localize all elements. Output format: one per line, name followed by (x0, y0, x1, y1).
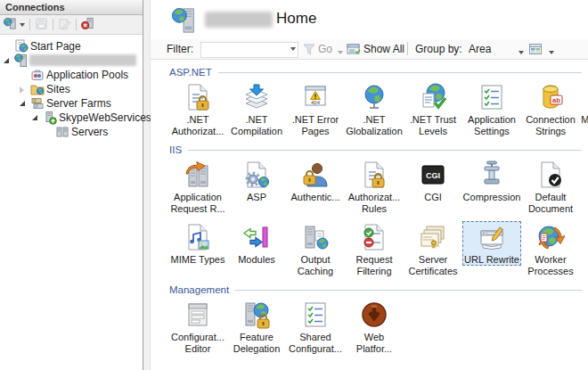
feature-label: MIME Types (171, 254, 225, 266)
save-connections-button (33, 16, 50, 33)
home-feature-view: Home Filter: Go Show All Group by: Area … (151, 0, 588, 370)
tree-node-servers[interactable]: Servers (0, 125, 143, 139)
request-filtering-icon (360, 223, 388, 251)
worker-processes-icon (536, 223, 565, 251)
feature-label: Configurat...Editor (171, 332, 225, 355)
feature-worker-processes[interactable]: WorkerProcesses (521, 221, 580, 277)
collapse-arrow-icon[interactable] (32, 115, 37, 120)
skype-web-services-icon (43, 111, 57, 125)
expand-arrow-icon[interactable] (20, 86, 24, 94)
server-home-icon (171, 6, 198, 35)
feature-row: ApplicationRequest R... ASP Authentic...… (168, 159, 588, 215)
go-button[interactable]: Go (318, 43, 332, 55)
feature-label: Authorizat...Rules (348, 192, 401, 215)
filter-toolbar: Filter: Go Show All Group by: Area (151, 39, 588, 60)
tree-node-start-page[interactable]: Start Page (0, 39, 143, 53)
shared-configuration-icon (301, 300, 330, 329)
collapse-arrow-icon[interactable] (4, 58, 9, 63)
feature-cgi[interactable]: CGICGI (404, 159, 462, 203)
go-dropdown-caret[interactable] (338, 51, 343, 57)
feature-connection-strings[interactable]: abConnectionStrings (521, 81, 580, 137)
feature-net-trust-levels[interactable]: .NET TrustLevels (404, 81, 462, 137)
section-title: IIS (169, 144, 182, 155)
view-tiles-icon[interactable] (528, 42, 543, 56)
feature-authorization-rules[interactable]: Authorizat...Rules (345, 159, 404, 215)
feature-web-platform-installer[interactable]: WebPlatfor... (345, 299, 404, 355)
page-header: Home (151, 5, 588, 37)
view-dropdown-caret[interactable] (549, 51, 554, 57)
feature-default-document[interactable]: DefaultDocument (521, 159, 580, 215)
group-by-caret[interactable] (519, 51, 524, 57)
feature-net-authorization[interactable]: .NETAuthorizat... (168, 81, 227, 137)
tree-node-sites[interactable]: Sites (0, 82, 143, 96)
feature-machine-key[interactable]: Machine Key (580, 81, 588, 126)
tree-node-server[interactable] (0, 53, 143, 68)
connections-tree: Start Page Application Pools Sites Serve… (0, 35, 143, 370)
feature-label: DefaultDocument (528, 192, 573, 215)
feature-shared-configuration[interactable]: SharedConfigurat... (286, 299, 345, 355)
feature-label: ApplicationRequest R... (170, 192, 225, 215)
feature-net-globalization[interactable]: .NETGlobalization (345, 81, 404, 137)
url-rewrite-icon (478, 223, 506, 251)
configuration-editor-icon (184, 300, 212, 329)
feature-label: SharedConfigurat... (289, 332, 342, 355)
rename-icon (58, 17, 71, 33)
feature-server-certificates[interactable]: ServerCertificates (404, 221, 462, 277)
filter-combobox[interactable] (200, 42, 298, 58)
net-compilation-icon (242, 83, 271, 111)
show-all-icon (347, 42, 361, 56)
feature-asp[interactable]: ASP (227, 159, 286, 203)
feature-request-filtering[interactable]: RequestFiltering (345, 221, 404, 277)
feature-delegation-icon (242, 300, 271, 329)
delete-connection-button[interactable] (79, 16, 96, 33)
svg-text:404: 404 (311, 100, 321, 105)
feature-net-compilation[interactable]: .NETCompilation (227, 81, 286, 137)
feature-row: Configurat...Editor FeatureDelegation Sh… (168, 299, 588, 355)
feature-modules[interactable]: Modules (227, 221, 286, 266)
feature-feature-delegation[interactable]: FeatureDelegation (227, 299, 286, 355)
feature-configuration-editor[interactable]: Configurat...Editor (168, 299, 227, 355)
create-connection-button[interactable] (2, 16, 27, 33)
feature-mime-types[interactable]: MIME Types (168, 221, 227, 266)
tree-node-skypewebservices[interactable]: SkypeWebServices (0, 111, 143, 125)
panel-splitter[interactable] (143, 0, 151, 370)
mime-types-icon (184, 223, 212, 251)
svg-text:CGI: CGI (426, 171, 440, 180)
feature-label: .NETGlobalization (346, 114, 403, 137)
feature-compression[interactable]: Compression (462, 159, 521, 203)
toolbar-separator (407, 42, 408, 55)
section-divider-line (188, 150, 582, 151)
modules-icon (242, 223, 271, 251)
feature-row: MIME Types Modules OutputCaching Request… (168, 221, 588, 277)
redacted-server-label (29, 54, 136, 66)
feature-label: FeatureDelegation (233, 332, 281, 355)
feature-label: ServerCertificates (408, 254, 457, 277)
server-certificates-icon (419, 223, 447, 251)
feature-label: WorkerProcesses (527, 254, 573, 277)
dropdown-caret[interactable] (20, 23, 25, 29)
go-filter-funnel-icon (302, 42, 316, 56)
default-document-icon (536, 160, 565, 189)
connections-toolbar (0, 15, 143, 35)
iis-manager-window: Connections Start Page Application Pools… (0, 0, 588, 370)
asp-icon (242, 160, 271, 189)
feature-application-request-routing[interactable]: ApplicationRequest R... (168, 159, 227, 215)
feature-application-settings[interactable]: ApplicationSettings (462, 81, 521, 137)
feature-label: ConnectionStrings (526, 114, 576, 137)
net-globalization-icon (360, 83, 388, 111)
feature-url-rewrite[interactable]: URL Rewrite (462, 221, 521, 266)
filter-label: Filter: (167, 43, 193, 55)
group-by-combobox[interactable]: Area (469, 43, 491, 55)
application-request-routing-icon (184, 160, 212, 189)
feature-output-caching[interactable]: OutputCaching (286, 221, 345, 277)
feature-authentication[interactable]: Authentic... (286, 159, 345, 203)
tree-node-label: Sites (46, 82, 70, 96)
tree-node-server-farms[interactable]: Server Farms (0, 96, 143, 111)
page-title: Home (276, 10, 316, 28)
collapse-arrow-icon[interactable] (20, 101, 25, 106)
feature-label: WebPlatfor... (356, 332, 392, 355)
show-all-button[interactable]: Show All (363, 43, 404, 55)
feature-net-error-pages[interactable]: 404.NET ErrorPages (286, 81, 345, 137)
tree-node-application-pools[interactable]: Application Pools (0, 68, 143, 82)
feature-label: URL Rewrite (464, 254, 519, 266)
